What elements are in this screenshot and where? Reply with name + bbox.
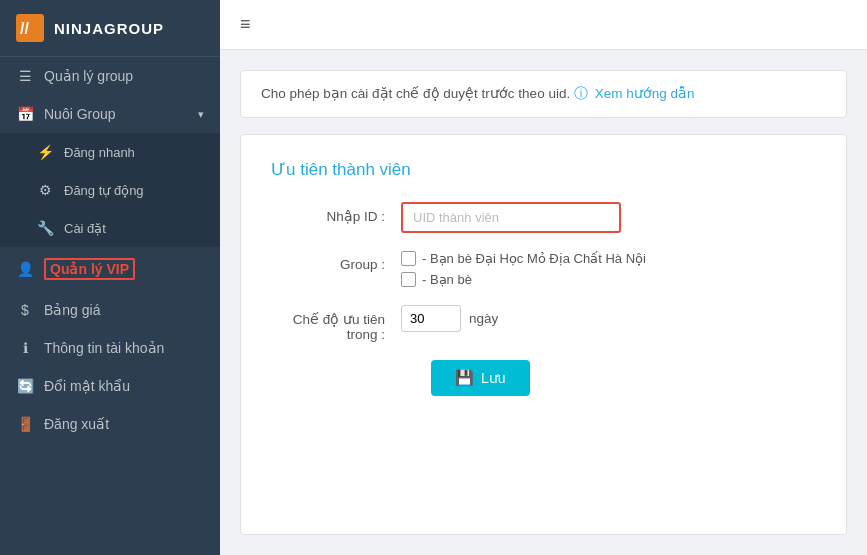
sidebar-item-label: Thông tin tài khoản xyxy=(44,340,164,356)
sidebar-item-quan-ly-group[interactable]: ☰ Quản lý group xyxy=(0,57,220,95)
sidebar: // NINJAGROUP ☰ Quản lý group 📅 Nuôi Gro… xyxy=(0,0,220,555)
topbar: ≡ xyxy=(220,0,867,50)
sidebar-item-dang-xuat[interactable]: 🚪 Đăng xuất xyxy=(0,405,220,443)
chevron-down-icon: ▾ xyxy=(198,108,204,121)
info-banner-link[interactable]: Xem hướng dẫn xyxy=(595,86,695,101)
grid-icon: ☰ xyxy=(16,68,34,84)
card: Ưu tiên thành viên Nhập ID : Group : - B… xyxy=(240,134,847,535)
sidebar-item-label: Đăng tự động xyxy=(64,183,144,198)
form-row-che-do: Chế độ ưu tiên trong : ngày xyxy=(271,305,816,342)
logout-icon: 🚪 xyxy=(16,416,34,432)
save-button-label: Lưu xyxy=(481,370,506,386)
group-checkbox-input-1[interactable] xyxy=(401,251,416,266)
group-checkbox-2: - Bạn bè xyxy=(401,272,816,287)
sidebar-submenu-nuoi-group: ⚡ Đăng nhanh ⚙ Đăng tự động 🔧 Cài đặt xyxy=(0,133,220,247)
info-icon: ℹ xyxy=(16,340,34,356)
sidebar-item-label: Đăng xuất xyxy=(44,416,109,432)
sidebar-logo: // NINJAGROUP xyxy=(0,0,220,57)
sidebar-item-label: Đổi mật khẩu xyxy=(44,378,130,394)
menu-toggle-icon[interactable]: ≡ xyxy=(240,14,251,35)
info-banner-text: Cho phép bạn cài đặt chế độ duyệt trước … xyxy=(261,86,570,101)
main-content: ≡ Cho phép bạn cài đặt chế độ duyệt trướ… xyxy=(220,0,867,555)
sidebar-item-cai-dat[interactable]: 🔧 Cài đặt xyxy=(0,209,220,247)
save-icon: 💾 xyxy=(455,369,474,387)
question-icon: ⓘ xyxy=(574,86,592,101)
sidebar-item-label: Đăng nhanh xyxy=(64,145,135,160)
group-checkbox-label-2: - Bạn bè xyxy=(422,272,472,287)
group-checkbox-label-1: - Bạn bè Đại Học Mỏ Địa Chất Hà Nội xyxy=(422,251,646,266)
group-control: - Bạn bè Đại Học Mỏ Địa Chất Hà Nội - Bạ… xyxy=(401,251,816,287)
sidebar-item-label: Nuôi Group xyxy=(44,106,116,122)
days-wrap: ngày xyxy=(401,305,816,332)
days-unit-label: ngày xyxy=(469,311,498,326)
save-button[interactable]: 💾 Lưu xyxy=(431,360,530,396)
sidebar-item-dang-tu-dong[interactable]: ⚙ Đăng tự động xyxy=(0,171,220,209)
sidebar-item-label: Quản lý VIP xyxy=(44,258,135,280)
days-input[interactable] xyxy=(401,305,461,332)
nhap-id-control xyxy=(401,202,816,233)
sidebar-menu: ☰ Quản lý group 📅 Nuôi Group ▾ ⚡ Đăng nh… xyxy=(0,57,220,555)
sidebar-item-label: Bảng giá xyxy=(44,302,100,318)
group-label: Group : xyxy=(271,251,401,272)
form-row-group: Group : - Bạn bè Đại Học Mỏ Địa Chất Hà … xyxy=(271,251,816,287)
uid-input[interactable] xyxy=(401,202,621,233)
group-checkbox-1: - Bạn bè Đại Học Mỏ Địa Chất Hà Nội xyxy=(401,251,816,266)
logo-icon: // xyxy=(16,14,44,42)
content-area: Cho phép bạn cài đặt chế độ duyệt trước … xyxy=(220,50,867,555)
user-icon: 👤 xyxy=(16,261,34,277)
sidebar-item-dang-nhanh[interactable]: ⚡ Đăng nhanh xyxy=(0,133,220,171)
che-do-control: ngày xyxy=(401,305,816,332)
sidebar-item-bang-gia[interactable]: $ Bảng giá xyxy=(0,291,220,329)
sidebar-item-quan-ly-vip[interactable]: 👤 Quản lý VIP xyxy=(0,247,220,291)
info-banner: Cho phép bạn cài đặt chế độ duyệt trước … xyxy=(240,70,847,118)
wrench-icon: 🔧 xyxy=(36,220,54,236)
sidebar-item-doi-mat-khau[interactable]: 🔄 Đổi mật khẩu xyxy=(0,367,220,405)
group-checkbox-input-2[interactable] xyxy=(401,272,416,287)
sidebar-item-label: Quản lý group xyxy=(44,68,133,84)
refresh-icon: 🔄 xyxy=(16,378,34,394)
flash-icon: ⚡ xyxy=(36,144,54,160)
che-do-label: Chế độ ưu tiên trong : xyxy=(271,305,401,342)
card-title: Ưu tiên thành viên xyxy=(271,159,816,180)
calendar-icon: 📅 xyxy=(16,106,34,122)
nhap-id-label: Nhập ID : xyxy=(271,202,401,224)
sidebar-item-label: Cài đặt xyxy=(64,221,106,236)
form-row-nhap-id: Nhập ID : xyxy=(271,202,816,233)
dollar-icon: $ xyxy=(16,302,34,318)
logo-text: NINJAGROUP xyxy=(54,20,164,37)
sidebar-item-thong-tin-tai-khoan[interactable]: ℹ Thông tin tài khoản xyxy=(0,329,220,367)
sidebar-item-nuoi-group[interactable]: 📅 Nuôi Group ▾ xyxy=(0,95,220,133)
settings-icon: ⚙ xyxy=(36,182,54,198)
svg-text://: // xyxy=(20,20,29,37)
